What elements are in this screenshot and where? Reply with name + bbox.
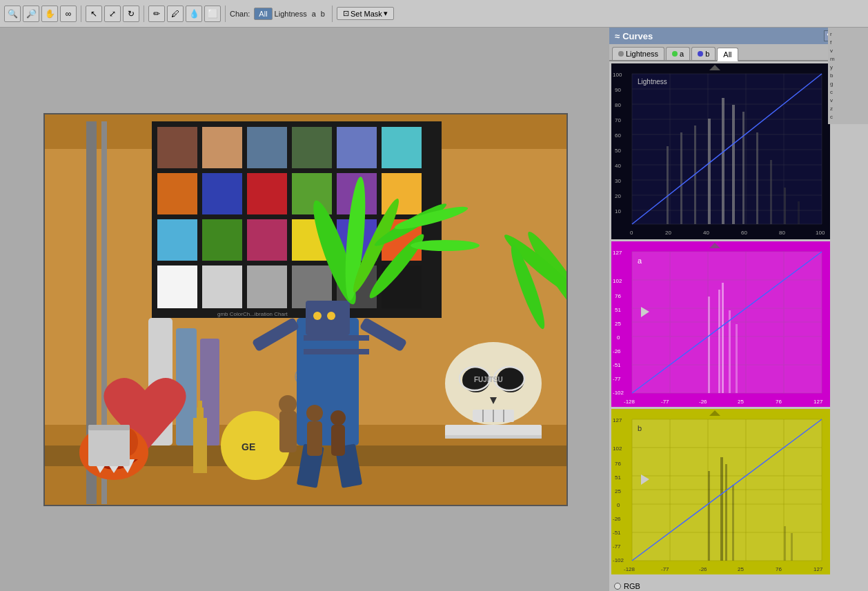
tab-all[interactable]: All [717, 48, 738, 61]
svg-text:gmb ColorCh...ibration Chart: gmb ColorCh...ibration Chart [217, 311, 288, 317]
svg-rect-196 [708, 471, 710, 561]
svg-text:-102: -102 [613, 557, 624, 563]
svg-rect-88 [88, 425, 130, 430]
svg-rect-158 [722, 283, 724, 393]
svg-rect-113 [708, 119, 711, 224]
svg-rect-85 [197, 408, 204, 421]
panel-title: Curves [622, 31, 653, 41]
tab-b-label: b [705, 50, 709, 58]
legend-line-4: m [830, 55, 866, 63]
svg-text:GE: GE [241, 441, 255, 452]
svg-text:60: 60 [741, 230, 747, 236]
svg-rect-199 [732, 485, 734, 561]
svg-text:20: 20 [665, 230, 671, 236]
toolbar: 🔍 🔎 ✋ ∞ ↖ ⤢ ↻ ✏ 🖊 💧 ⬜ Chan: All Lightnes… [0, 0, 868, 28]
set-mask-btn[interactable]: ⊡ Set Mask ▾ [337, 7, 394, 20]
svg-text:60: 60 [615, 132, 621, 139]
chan-lightness-text: Lightness [275, 10, 307, 18]
svg-rect-5 [202, 127, 242, 168]
select-tool[interactable]: ↖ [86, 6, 102, 22]
b-graph[interactable]: b 127 102 76 51 25 0 -26 -51 -77 [611, 409, 830, 574]
chan-all-btn[interactable]: All [254, 8, 272, 20]
zoom-tool-2[interactable]: 🔎 [23, 6, 39, 22]
svg-rect-77 [331, 425, 345, 456]
svg-rect-120 [798, 201, 800, 224]
tab-b[interactable]: b [691, 47, 716, 60]
svg-rect-4 [157, 127, 197, 168]
color-mode-options: RGB wgCMYK Lab HSB [611, 582, 866, 591]
svg-rect-22 [157, 266, 197, 308]
svg-rect-198 [725, 464, 727, 561]
radio-rgb[interactable]: RGB [614, 582, 863, 590]
svg-rect-13 [292, 173, 332, 214]
svg-text:76: 76 [776, 399, 782, 405]
svg-rect-156 [708, 297, 710, 393]
zoom-in-tool[interactable]: 🔍 [4, 6, 21, 22]
separator-1 [81, 6, 81, 22]
rgb-label: RGB [624, 582, 640, 590]
a-graph[interactable]: a 127 102 76 51 25 0 -26 -51 -77 -102 [611, 241, 830, 407]
svg-rect-7 [292, 127, 332, 168]
svg-rect-15 [382, 173, 422, 214]
svg-point-54 [411, 240, 480, 251]
svg-text:100: 100 [613, 72, 622, 78]
svg-rect-110 [667, 146, 669, 224]
svg-text:-128: -128 [624, 399, 635, 405]
rotate-tool[interactable]: ↻ [123, 6, 139, 22]
svg-text:127: 127 [613, 250, 622, 256]
svg-text:51: 51 [615, 307, 621, 313]
legend-line-1: r [830, 30, 866, 39]
lightness-dot [618, 51, 624, 57]
set-mask-label: Set Mask [351, 10, 382, 18]
svg-text:Lightness: Lightness [638, 78, 667, 86]
svg-rect-84 [193, 418, 207, 473]
photo-frame[interactable]: gmb ColorCh...ibration Chart [43, 113, 568, 506]
svg-text:76: 76 [615, 461, 621, 467]
chan-a-text: a [312, 10, 316, 18]
svg-text:0: 0 [617, 502, 620, 508]
svg-text:-77: -77 [613, 376, 621, 382]
svg-rect-28 [157, 309, 423, 317]
infinity-tool[interactable]: ∞ [60, 6, 77, 22]
svg-text:-77: -77 [661, 399, 669, 405]
svg-point-41 [327, 312, 335, 320]
svg-rect-111 [680, 132, 682, 224]
tab-lightness[interactable]: Lightness [612, 47, 664, 60]
chan-b-text: b [321, 10, 325, 18]
svg-text:51: 51 [615, 474, 621, 481]
legend-line-3: v [830, 47, 866, 55]
pencil-tool[interactable]: ✏ [148, 6, 165, 22]
svg-text:10: 10 [615, 208, 621, 214]
tab-a-label: a [680, 50, 684, 58]
svg-rect-115 [732, 105, 735, 224]
svg-text:-102: -102 [613, 390, 624, 396]
svg-text:-26: -26 [613, 516, 621, 522]
svg-rect-23 [202, 266, 242, 308]
svg-rect-43 [304, 349, 369, 354]
set-mask-icon: ⊡ [343, 9, 349, 18]
a-dot [672, 51, 678, 57]
svg-text:40: 40 [615, 163, 621, 169]
svg-rect-8 [337, 127, 377, 168]
svg-rect-75 [307, 421, 322, 456]
svg-rect-119 [784, 188, 786, 224]
lightness-graph[interactable]: Lightness 100 90 80 70 60 [611, 63, 830, 239]
path-tool[interactable]: ⤢ [104, 6, 121, 22]
legend-line-2: f [830, 39, 866, 47]
tab-a[interactable]: a [666, 47, 690, 60]
paint-tool[interactable]: 🖊 [167, 6, 184, 22]
svg-rect-201 [791, 533, 793, 561]
svg-text:b: b [638, 424, 642, 432]
svg-text:70: 70 [615, 117, 621, 123]
curves-icon: ≈ [615, 31, 620, 41]
hand-tool[interactable]: ✋ [41, 6, 58, 22]
separator-2 [144, 6, 144, 22]
erase-tool[interactable]: ⬜ [204, 6, 221, 22]
svg-rect-157 [718, 290, 720, 393]
eyedropper-tool[interactable]: 💧 [186, 6, 202, 22]
graphs-area: Lightness 100 90 80 70 60 [609, 61, 868, 591]
tab-all-label: All [723, 50, 731, 59]
svg-text:-51: -51 [613, 530, 621, 536]
svg-rect-70 [445, 435, 542, 439]
svg-rect-6 [247, 127, 287, 168]
